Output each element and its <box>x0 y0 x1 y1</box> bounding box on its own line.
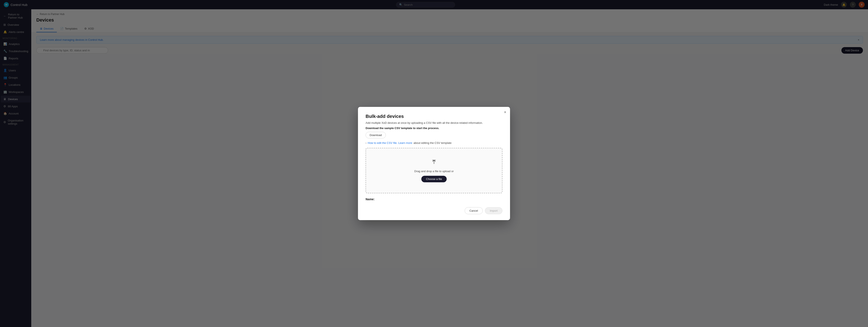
modal-overlay: × Bulk-add devices Add multiple XoD devi… <box>0 0 868 327</box>
upload-dropzone[interactable]: Drag and drop a file to upload or Choose… <box>366 148 502 193</box>
csv-help: › How to edit the CSV file. Learn more a… <box>366 141 502 145</box>
csv-help-suffix: about editing the CSV template <box>413 141 452 145</box>
modal-footer: Cancel Import <box>366 205 502 214</box>
modal-subtitle: Add multiple XoD devices at once by uplo… <box>366 121 502 124</box>
upload-arrow-icon <box>431 159 437 167</box>
cancel-button[interactable]: Cancel <box>465 207 483 214</box>
csv-help-link[interactable]: How to edit the CSV file. Learn more <box>368 141 412 145</box>
bulk-add-modal: × Bulk-add devices Add multiple XoD devi… <box>358 107 510 220</box>
chevron-right-icon: › <box>366 142 366 145</box>
choose-file-button[interactable]: Choose a file <box>421 176 447 182</box>
download-button[interactable]: Download <box>366 132 386 138</box>
modal-close-button[interactable]: × <box>504 110 506 114</box>
name-label: Name: <box>366 198 502 201</box>
upload-text: Drag and drop a file to upload or <box>414 170 454 173</box>
modal-instruction: Download the sample CSV template to star… <box>366 126 502 130</box>
modal-title: Bulk-add devices <box>366 114 502 119</box>
import-button[interactable]: Import <box>485 207 502 214</box>
